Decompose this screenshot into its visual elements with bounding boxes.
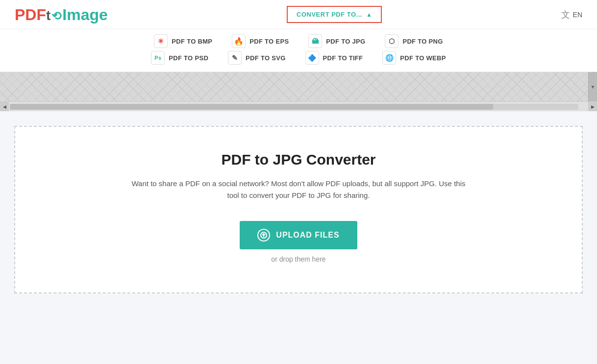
- scroll-down-button[interactable]: ▼: [588, 72, 597, 101]
- svg-icon: ✎: [228, 51, 242, 65]
- scroll-area: ▼ ◀ ▶: [0, 72, 597, 111]
- scroll-pattern: [0, 72, 597, 101]
- translate-icon: 文: [561, 9, 570, 21]
- nav-menu: ✳ PDF TO BMP 🔥 PDF TO EPS 🏔 PDF TO JPG ⬡…: [0, 29, 597, 72]
- main-content: PDF to JPG Converter Want to share a PDF…: [0, 111, 597, 308]
- nav-row-2: Ps PDF TO PSD ✎ PDF TO SVG 🔷 PDF TO TIFF…: [151, 51, 446, 65]
- logo-pdf: PDF: [15, 7, 46, 23]
- nav-label-png: PDF TO PNG: [402, 38, 443, 45]
- nav-item-tiff[interactable]: 🔷 PDF TO TIFF: [305, 51, 363, 65]
- psd-icon: Ps: [151, 51, 165, 65]
- nav-item-png[interactable]: ⬡ PDF TO PNG: [385, 34, 443, 48]
- logo: PDF t ⟲ Image: [15, 7, 108, 23]
- scroll-track: [10, 104, 578, 110]
- png-icon: ⬡: [385, 34, 398, 48]
- bmp-icon: ✳: [154, 34, 168, 48]
- drop-text: or drop them here: [271, 255, 325, 263]
- upload-zone[interactable]: PDF to JPG Converter Want to share a PDF…: [14, 126, 583, 293]
- converter-description: Want to share a PDF on a social network?…: [127, 178, 470, 201]
- webp-icon: 🌐: [382, 51, 396, 65]
- upload-icon: [257, 229, 270, 242]
- nav-item-bmp[interactable]: ✳ PDF TO BMP: [154, 34, 212, 48]
- scroll-left-button[interactable]: ◀: [0, 102, 9, 111]
- nav-label-jpg: PDF TO JPG: [326, 38, 365, 45]
- nav-row-1: ✳ PDF TO BMP 🔥 PDF TO EPS 🏔 PDF TO JPG ⬡…: [154, 34, 443, 48]
- nav-item-eps[interactable]: 🔥 PDF TO EPS: [232, 34, 289, 48]
- header: PDF t ⟲ Image CONVERT PDF TO... ▲ 文 EN: [0, 0, 597, 29]
- nav-label-eps: PDF TO EPS: [249, 38, 289, 45]
- logo-image: Image: [62, 7, 107, 23]
- scroll-thumb[interactable]: [10, 104, 493, 110]
- horizontal-scrollbar: ◀ ▶: [0, 101, 597, 111]
- convert-btn-label: CONVERT PDF TO...: [297, 11, 362, 18]
- language-label: EN: [573, 11, 582, 19]
- nav-label-psd: PDF TO PSD: [169, 54, 208, 62]
- language-area: 文 EN: [561, 9, 582, 21]
- convert-pdf-button[interactable]: CONVERT PDF TO... ▲: [287, 6, 382, 23]
- arrow-up-icon: ▲: [366, 11, 372, 18]
- scroll-right-button[interactable]: ▶: [588, 102, 597, 111]
- nav-item-jpg[interactable]: 🏔 PDF TO JPG: [308, 34, 365, 48]
- logo-arrow-icon: ⟲: [51, 10, 61, 22]
- eps-icon: 🔥: [232, 34, 246, 48]
- nav-label-svg: PDF TO SVG: [246, 54, 286, 62]
- nav-label-webp: PDF TO WEBP: [400, 54, 446, 62]
- nav-item-webp[interactable]: 🌐 PDF TO WEBP: [382, 51, 446, 65]
- nav-label-tiff: PDF TO TIFF: [323, 54, 363, 62]
- logo-to: t: [46, 9, 50, 23]
- upload-btn-label: UPLOAD FILES: [276, 231, 339, 240]
- tiff-icon: 🔷: [305, 51, 319, 65]
- converter-title: PDF to JPG Converter: [221, 151, 375, 168]
- nav-item-psd[interactable]: Ps PDF TO PSD: [151, 51, 208, 65]
- nav-item-svg[interactable]: ✎ PDF TO SVG: [228, 51, 286, 65]
- upload-files-button[interactable]: UPLOAD FILES: [240, 221, 357, 249]
- nav-label-bmp: PDF TO BMP: [172, 38, 212, 45]
- jpg-icon: 🏔: [308, 34, 322, 48]
